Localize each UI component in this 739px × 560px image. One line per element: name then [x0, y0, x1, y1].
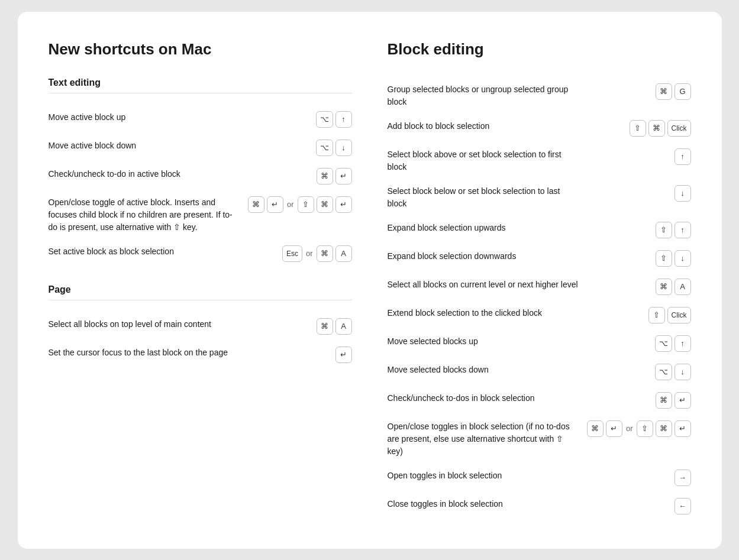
- shortcut-row: Open toggles in block selection →: [388, 464, 691, 492]
- shortcut-keys: ↵: [335, 347, 352, 363]
- key-down: ↓: [675, 364, 691, 380]
- shortcut-keys: ⇧ ↓: [656, 250, 691, 267]
- key-down: ↓: [675, 250, 691, 267]
- shortcut-row: Select all blocks on current level or ne…: [388, 273, 691, 301]
- key-cmd: ⌘: [656, 392, 672, 409]
- shortcut-keys: ⇧ ⌘ Click: [630, 120, 691, 137]
- shortcut-desc: Open/close toggles in block selection (i…: [388, 420, 587, 458]
- shortcut-row: Move active block up ⌥ ↑: [49, 105, 352, 134]
- key-a: A: [335, 245, 352, 262]
- shortcut-desc: Expand block selection downwards: [388, 250, 589, 263]
- key-shift: ⇧: [648, 307, 665, 323]
- shortcut-keys: ⌥ ↑: [316, 111, 352, 128]
- shortcut-desc: Move active block down: [49, 140, 250, 152]
- shortcut-row: Close toggles in block selection ←: [388, 492, 691, 520]
- shortcut-desc: Set the cursor focus to the last block o…: [49, 347, 250, 359]
- key-up: ↑: [675, 148, 691, 165]
- shortcut-keys: ⌘ A: [656, 279, 691, 295]
- key-shift: ⇧: [637, 420, 653, 437]
- key-g: G: [675, 83, 691, 100]
- section-title-text-editing: Text editing: [49, 77, 352, 88]
- key-alt: ⌥: [655, 335, 672, 352]
- shortcuts-card: New shortcuts on Mac Text editing Move a…: [18, 12, 722, 549]
- left-column: New shortcuts on Mac Text editing Move a…: [49, 40, 352, 520]
- shortcut-desc: Check/uncheck to-dos in block selection: [388, 392, 589, 404]
- block-editing-title: Block editing: [388, 40, 691, 59]
- key-enter: ↵: [267, 196, 283, 213]
- shortcut-row: Group selected blocks or ungroup selecte…: [388, 77, 691, 114]
- shortcut-row: Select block above or set block selectio…: [388, 143, 691, 179]
- key-cmd2: ⌘: [317, 196, 333, 213]
- key-cmd: ⌘: [317, 168, 333, 184]
- key-a: A: [675, 279, 691, 295]
- shortcut-desc: Add block to block selection: [388, 120, 589, 132]
- or-label: or: [305, 249, 314, 258]
- shortcut-row: Move selected blocks down ⌥ ↓: [388, 358, 691, 386]
- key-up: ↑: [335, 111, 352, 128]
- key-cmd: ⌘: [656, 279, 672, 295]
- key-esc: Esc: [282, 245, 302, 262]
- key-click: Click: [667, 120, 691, 137]
- shortcut-keys: ⌘ ↵ or ⇧ ⌘ ↵: [248, 196, 352, 213]
- key-cmd: ⌘: [587, 420, 604, 437]
- section-title-page: Page: [49, 284, 352, 295]
- shortcut-keys: ⌘ ↵: [317, 168, 352, 184]
- key-enter: ↵: [335, 347, 352, 363]
- key-alt: ⌥: [316, 140, 333, 156]
- key-enter: ↵: [335, 168, 352, 184]
- or-label: or: [286, 200, 295, 209]
- shortcut-keys: ⌘ G: [656, 83, 691, 100]
- shortcut-keys: ⌘ A: [317, 318, 352, 335]
- key-cmd: ⌘: [248, 196, 264, 213]
- shortcut-keys: →: [675, 470, 691, 486]
- shortcut-row: Select block below or set block selectio…: [388, 179, 691, 216]
- key-cmd: ⌘: [648, 120, 665, 137]
- key-click: Click: [667, 307, 691, 323]
- key-alt: ⌥: [316, 111, 333, 128]
- shortcut-row: Set the cursor focus to the last block o…: [49, 341, 352, 369]
- shortcut-desc: Expand block selection upwards: [388, 222, 589, 234]
- shortcut-keys: ⌘ ↵: [656, 392, 691, 409]
- shortcut-keys: ↓: [675, 185, 691, 202]
- shortcut-desc: Group selected blocks or ungroup selecte…: [388, 83, 589, 108]
- key-cmd: ⌘: [317, 245, 333, 262]
- key-shift: ⇧: [630, 120, 646, 137]
- shortcut-desc: Move selected blocks down: [388, 364, 589, 376]
- shortcut-row: Check/uncheck to-dos in block selection …: [388, 386, 691, 415]
- key-shift: ⇧: [298, 196, 314, 213]
- shortcut-keys: ⇧ Click: [648, 307, 691, 323]
- shortcut-desc: Check/uncheck to-do in active block: [49, 168, 250, 180]
- right-column: Block editing Group selected blocks or u…: [388, 40, 691, 520]
- shortcut-desc: Set active block as block selection: [49, 245, 250, 258]
- shortcut-keys: ⌥ ↓: [655, 364, 691, 380]
- shortcut-desc: Close toggles in block selection: [388, 498, 589, 510]
- key-cmd: ⌘: [656, 83, 672, 100]
- shortcut-desc: Select block below or set block selectio…: [388, 185, 589, 210]
- shortcut-keys: ⌥ ↑: [655, 335, 691, 352]
- key-shift: ⇧: [656, 222, 672, 238]
- shortcut-row: Move active block down ⌥ ↓: [49, 134, 352, 162]
- key-down: ↓: [675, 185, 691, 202]
- shortcut-row: Expand block selection upwards ⇧ ↑: [388, 216, 691, 244]
- shortcut-desc: Open/close toggle of active block. Inser…: [49, 196, 248, 234]
- key-left: ←: [675, 498, 691, 514]
- shortcut-keys: Esc or ⌘ A: [282, 245, 352, 262]
- shortcut-row: Open/close toggle of active block. Inser…: [49, 190, 352, 239]
- shortcut-row: Expand block selection downwards ⇧ ↓: [388, 244, 691, 273]
- shortcut-row: Add block to block selection ⇧ ⌘ Click: [388, 114, 691, 143]
- shortcut-desc: Select all blocks on top level of main c…: [49, 318, 250, 331]
- section-divider: [49, 93, 352, 93]
- shortcut-desc: Move selected blocks up: [388, 335, 589, 348]
- shortcut-keys: ⌘ ↵ or ⇧ ⌘ ↵: [587, 420, 691, 437]
- shortcut-row: Set active block as block selection Esc …: [49, 239, 352, 268]
- shortcut-keys: ↑: [675, 148, 691, 165]
- or-label: or: [625, 424, 634, 433]
- key-a: A: [335, 318, 352, 335]
- shortcut-row: Open/close toggles in block selection (i…: [388, 415, 691, 464]
- key-alt: ⌥: [655, 364, 672, 380]
- shortcut-desc: Move active block up: [49, 111, 250, 124]
- key-up: ↑: [675, 222, 691, 238]
- key-right: →: [675, 470, 691, 486]
- shortcut-keys: ←: [675, 498, 691, 514]
- shortcut-desc: Extend block selection to the clicked bl…: [388, 307, 589, 319]
